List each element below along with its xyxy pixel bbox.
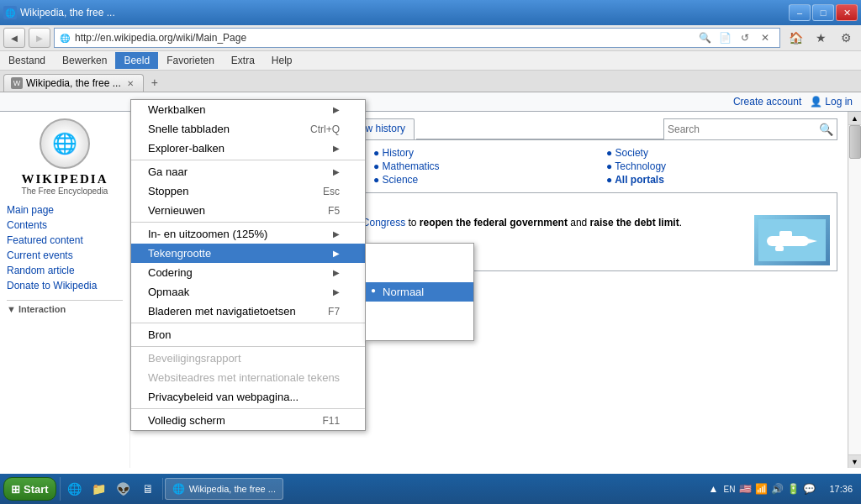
back-button[interactable]: ◄ <box>3 28 25 48</box>
menu-bron[interactable]: Bron <box>131 325 365 344</box>
airplane-svg <box>758 219 826 261</box>
home-icon[interactable]: 🏠 <box>784 28 807 48</box>
sidebar-nav: Main page Contents Featured content Curr… <box>7 202 123 293</box>
tray-lang-icon[interactable]: EN <box>722 482 736 496</box>
favorites-icon[interactable]: ★ <box>809 28 832 48</box>
tab-close-button[interactable]: ✕ <box>124 77 136 89</box>
menu-codering[interactable]: Codering ▶ <box>131 263 365 282</box>
sidebar-item-featured[interactable]: Featured content <box>7 233 123 248</box>
browser-icon: 🌐 <box>3 6 17 19</box>
news-bold-reopen: reopen the federal government <box>420 217 568 228</box>
wiki-logo-globe: 🌐 <box>40 118 90 169</box>
sidebar-item-contents[interactable]: Contents <box>7 218 123 233</box>
scroll-up-button[interactable]: ▲ <box>848 112 862 125</box>
taskbar-right: ▲ EN 🇺🇸 📶 🔊 🔋 💬 17:36 <box>701 482 858 496</box>
search-input[interactable] <box>668 123 819 135</box>
menu-privacybeleid[interactable]: Privacybeleid van webpagina... <box>131 387 365 407</box>
login-icon: 👤 <box>810 96 822 108</box>
search-submit-icon[interactable]: 🔍 <box>819 123 833 136</box>
menu-favorieten[interactable]: Favorieten <box>158 52 223 69</box>
menu-snelle-tabbladen[interactable]: Snelle tabbladen Ctrl+Q <box>131 119 365 139</box>
quick-alien-icon[interactable]: 👽 <box>113 478 135 500</box>
menu-explorer-balken[interactable]: Explorer-balken ▶ <box>131 139 365 158</box>
taskbar-separator <box>60 477 61 501</box>
titlebar-controls: – □ ✕ <box>789 4 858 21</box>
menu-tekengrootte[interactable]: Tekengrootte ▶ Extra groot Groter ● Norm… <box>131 244 365 263</box>
tray-battery-icon[interactable]: 🔋 <box>786 482 800 496</box>
menu-bestand[interactable]: Bestand <box>0 52 54 69</box>
sidebar-item-random[interactable]: Random article <box>7 263 123 278</box>
tray-volume-icon[interactable]: 🔊 <box>770 482 784 496</box>
collapse-icon: ▼ <box>7 304 16 314</box>
quick-folder-icon[interactable]: 📁 <box>88 478 110 500</box>
menu-inuitzoomen[interactable]: In- en uitzoomen (125%) ▶ <box>131 224 365 244</box>
compat-button[interactable]: 📄 <box>716 29 734 46</box>
menu-bewerken[interactable]: Bewerken <box>54 52 115 69</box>
sidebar-section-title[interactable]: ▼ Interaction <box>7 304 123 314</box>
menu-stoppen[interactable]: Stoppen Esc <box>131 181 365 201</box>
tray-flag-icon[interactable]: 🇺🇸 <box>738 482 752 496</box>
tekengrootte-arrow: ▶ <box>333 249 340 258</box>
tray-msg-icon[interactable]: 💬 <box>802 482 816 496</box>
quick-ie-icon[interactable]: 🌐 <box>64 478 86 500</box>
maximize-button[interactable]: □ <box>812 4 834 21</box>
menu-ga-naar[interactable]: Ga naar ▶ <box>131 162 365 181</box>
submenu-groter[interactable]: Groter <box>366 263 473 282</box>
new-tab-button[interactable]: + <box>145 73 164 92</box>
sidebar-item-currentevents[interactable]: Current events <box>7 248 123 263</box>
submenu-extra-klein[interactable]: Extra klein <box>366 321 473 340</box>
menu-volledig-scherm[interactable]: Volledig scherm F11 <box>131 411 365 430</box>
portal-society[interactable]: ● Society <box>606 147 837 159</box>
submenu-normaal[interactable]: ● Normaal <box>366 282 473 302</box>
quick-monitor-icon[interactable]: 🖥 <box>137 478 159 500</box>
stop-button[interactable]: ✕ <box>756 29 774 46</box>
menu-bladeren[interactable]: Bladeren met navigatietoetsen F7 <box>131 302 365 321</box>
address-actions: 🔍 📄 ↺ ✕ <box>695 29 774 46</box>
menu-vernieuwen[interactable]: Vernieuwen F5 <box>131 201 365 220</box>
login-link[interactable]: 👤 Log in <box>810 96 853 108</box>
scrollbar: ▲ ▼ <box>848 112 861 468</box>
portal-technology[interactable]: ● Technology <box>606 160 837 172</box>
refresh-button[interactable]: ↺ <box>736 29 754 46</box>
separator-2 <box>131 222 365 223</box>
portal-science[interactable]: ● Science <box>373 174 605 186</box>
minimize-button[interactable]: – <box>789 4 811 21</box>
start-button[interactable]: ⊞ Start <box>3 477 56 501</box>
news-image <box>754 215 830 265</box>
sidebar-item-donate[interactable]: Donate to Wikipedia <box>7 278 123 293</box>
tab-wikipedia[interactable]: W Wikipedia, the free ... ✕ <box>3 74 144 92</box>
sidebar-section-interaction: ▼ Interaction <box>7 300 123 314</box>
close-button[interactable]: ✕ <box>836 4 858 21</box>
menu-extra[interactable]: Extra <box>223 52 263 69</box>
menu-help[interactable]: Help <box>263 52 301 69</box>
scroll-thumb[interactable] <box>849 125 861 159</box>
congress-link[interactable]: Congress <box>362 217 405 228</box>
forward-button[interactable]: ► <box>29 28 50 48</box>
codering-arrow: ▶ <box>333 268 340 277</box>
submenu-extra-groot[interactable]: Extra groot <box>366 244 473 263</box>
separator-1 <box>131 160 365 160</box>
opmaak-arrow: ▶ <box>333 287 340 297</box>
sidebar-item-mainpage[interactable]: Main page <box>7 202 123 218</box>
settings-icon[interactable]: ⚙ <box>834 28 858 48</box>
clock[interactable]: 17:36 <box>824 484 858 494</box>
system-tray: ▲ EN 🇺🇸 📶 🔊 🔋 💬 <box>701 482 821 496</box>
toolbar-icons: 🏠 ★ ⚙ <box>784 28 858 48</box>
taskbar-ie-button[interactable]: 🌐 Wikipedia, the free ... <box>165 478 283 500</box>
scroll-down-button[interactable]: ▼ <box>848 454 862 468</box>
wiki-logo: 🌐 WIKIPEDIA The Free Encyclopedia <box>7 118 123 196</box>
menu-werkbalken[interactable]: Werkbalken ▶ <box>131 100 365 119</box>
tray-network-icon[interactable]: 📶 <box>754 482 768 496</box>
portal-all[interactable]: ● All portals <box>606 174 837 186</box>
ga-naar-arrow: ▶ <box>333 167 340 176</box>
search-button[interactable]: 🔍 <box>695 29 714 46</box>
tray-arrow-icon[interactable]: ▲ <box>706 482 720 496</box>
menu-beeld[interactable]: Beeld <box>115 52 158 69</box>
portal-history[interactable]: ● History <box>373 147 605 159</box>
titlebar-left: 🌐 Wikipedia, the free ... <box>3 6 115 19</box>
submenu-kleiner[interactable]: Kleiner <box>366 302 473 321</box>
beeld-dropdown-menu: Werkbalken ▶ Snelle tabbladen Ctrl+Q Exp… <box>130 99 366 431</box>
menu-opmaak[interactable]: Opmaak ▶ <box>131 282 365 302</box>
create-account-link[interactable]: Create account <box>733 96 801 108</box>
portal-mathematics[interactable]: ● Mathematics <box>373 160 605 172</box>
